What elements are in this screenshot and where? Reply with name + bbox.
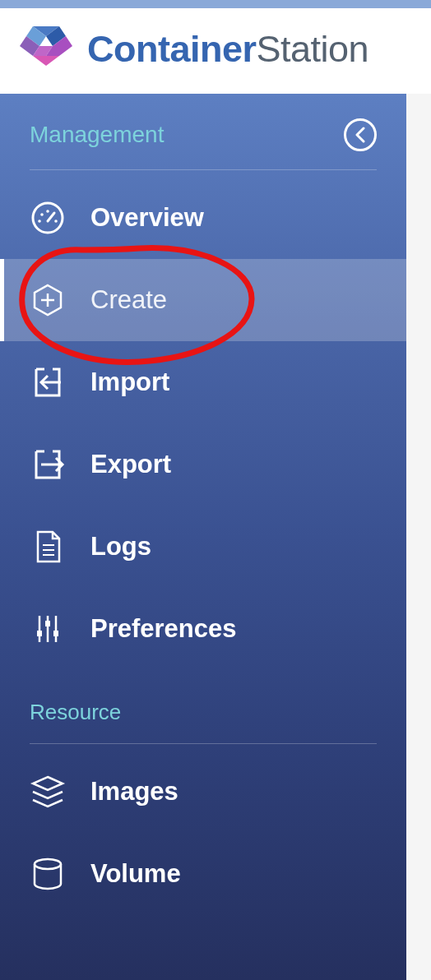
divider [30, 169, 377, 170]
import-icon [30, 364, 66, 400]
collapse-sidebar-button[interactable] [344, 118, 377, 151]
section-title-resource: Resource [30, 700, 121, 725]
app-title: ContainerStation [87, 28, 368, 71]
sidebar-item-import[interactable]: Import [0, 341, 406, 423]
svg-marker-27 [33, 777, 63, 790]
layers-icon [30, 774, 66, 810]
app-header: ContainerStation [0, 8, 431, 94]
sidebar-item-label: Images [90, 777, 178, 807]
svg-rect-24 [37, 631, 42, 636]
hexagon-plus-icon [30, 282, 66, 318]
divider [30, 743, 377, 744]
sidebar-item-preferences[interactable]: Preferences [0, 588, 406, 670]
sidebar-item-label: Export [90, 450, 171, 479]
sliders-icon [30, 611, 66, 647]
svg-point-11 [54, 220, 58, 223]
svg-rect-26 [53, 631, 58, 636]
sidebar-item-overview[interactable]: Overview [0, 177, 406, 259]
app-logo-icon [20, 23, 72, 76]
app-title-bold: Container [87, 28, 257, 70]
svg-line-12 [48, 213, 54, 221]
gauge-icon [30, 200, 66, 236]
section-header-management: Management [0, 94, 406, 169]
sidebar-item-volume[interactable]: Volume [0, 833, 406, 915]
sidebar-item-label: Import [90, 368, 169, 397]
svg-point-8 [38, 220, 41, 223]
svg-point-28 [35, 859, 61, 869]
section-title-management: Management [30, 122, 164, 148]
sidebar: Management Overview [0, 94, 406, 980]
database-icon [30, 856, 66, 892]
svg-point-9 [40, 213, 44, 216]
chevron-left-icon [354, 127, 367, 143]
sidebar-item-images[interactable]: Images [0, 751, 406, 833]
svg-marker-6 [33, 56, 59, 66]
sidebar-item-create[interactable]: Create [0, 259, 406, 341]
svg-rect-25 [45, 621, 50, 626]
document-icon [30, 529, 66, 565]
sidebar-item-label: Logs [90, 532, 151, 562]
sidebar-item-export[interactable]: Export [0, 423, 406, 506]
sidebar-item-label: Volume [90, 859, 181, 889]
sidebar-item-label: Create [90, 285, 167, 315]
sidebar-item-label: Preferences [90, 614, 237, 644]
svg-point-7 [33, 203, 63, 233]
section-header-resource: Resource [0, 670, 406, 743]
sidebar-item-label: Overview [90, 203, 204, 233]
app-title-light: Station [257, 28, 369, 70]
window-top-bar [0, 0, 431, 8]
export-icon [30, 446, 66, 483]
svg-point-10 [46, 210, 49, 213]
sidebar-item-logs[interactable]: Logs [0, 506, 406, 588]
